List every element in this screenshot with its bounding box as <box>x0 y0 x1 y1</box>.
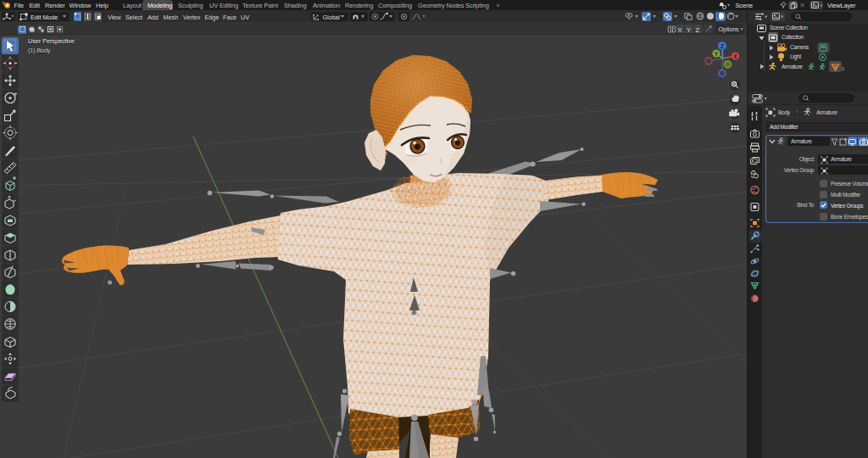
svg-text:Z: Z <box>721 43 724 49</box>
svg-text:X: X <box>733 53 737 59</box>
svg-text:Y: Y <box>715 51 719 57</box>
